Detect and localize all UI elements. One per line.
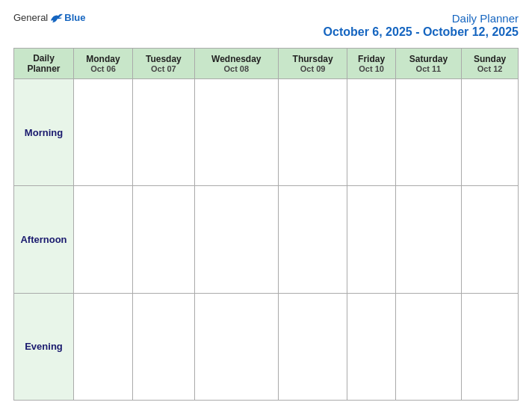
morning-saturday[interactable] <box>395 79 461 186</box>
day-date-monday: Oct 06 <box>75 64 131 73</box>
afternoon-wednesday[interactable] <box>194 186 278 293</box>
logo-blue-text: Blue <box>64 12 85 23</box>
day-date-thursday: Oct 09 <box>280 64 346 73</box>
day-name-sunday: Sunday <box>463 54 516 64</box>
day-name-thursday: Thursday <box>280 54 346 64</box>
header-day-wednesday: Wednesday Oct 08 <box>194 49 278 79</box>
day-name-saturday: Saturday <box>398 54 460 64</box>
morning-row: Morning <box>14 79 519 186</box>
afternoon-label: Afternoon <box>14 186 74 293</box>
logo-general-text: General <box>13 12 48 23</box>
planner-title: Daily Planner <box>452 12 519 25</box>
afternoon-sunday[interactable] <box>462 186 519 293</box>
evening-tuesday[interactable] <box>132 293 194 400</box>
day-date-wednesday: Oct 08 <box>197 64 276 73</box>
evening-friday[interactable] <box>347 293 395 400</box>
header-day-saturday: Saturday Oct 11 <box>395 49 461 79</box>
logo-bird-icon <box>49 13 63 23</box>
day-date-friday: Oct 10 <box>349 64 393 73</box>
evening-thursday[interactable] <box>278 293 347 400</box>
logo-area: General Blue <box>13 12 85 23</box>
morning-monday[interactable] <box>74 79 133 186</box>
evening-sunday[interactable] <box>462 293 519 400</box>
afternoon-saturday[interactable] <box>395 186 461 293</box>
day-date-saturday: Oct 11 <box>398 64 460 73</box>
afternoon-row: Afternoon <box>14 186 519 293</box>
header-day-tuesday: Tuesday Oct 07 <box>132 49 194 79</box>
evening-monday[interactable] <box>74 293 133 400</box>
afternoon-tuesday[interactable] <box>132 186 194 293</box>
morning-friday[interactable] <box>347 79 395 186</box>
day-name-friday: Friday <box>349 54 393 64</box>
header-day-friday: Friday Oct 10 <box>347 49 395 79</box>
day-date-sunday: Oct 12 <box>463 64 516 73</box>
label-line2: Planner <box>17 64 70 74</box>
morning-sunday[interactable] <box>462 79 519 186</box>
calendar-table: Daily Planner Monday Oct 06 Tuesday Oct … <box>13 48 519 401</box>
header-row: Daily Planner Monday Oct 06 Tuesday Oct … <box>14 49 519 79</box>
afternoon-thursday[interactable] <box>278 186 347 293</box>
evening-wednesday[interactable] <box>194 293 278 400</box>
label-line1: Daily <box>17 53 70 64</box>
morning-thursday[interactable] <box>278 79 347 186</box>
header: General Blue Daily Planner October 6, 20… <box>13 12 519 39</box>
day-name-tuesday: Tuesday <box>134 54 193 64</box>
day-name-monday: Monday <box>75 54 131 64</box>
evening-row: Evening <box>14 293 519 400</box>
day-name-wednesday: Wednesday <box>197 54 276 64</box>
afternoon-monday[interactable] <box>74 186 133 293</box>
planner-dates: October 6, 2025 - October 12, 2025 <box>324 25 519 38</box>
day-date-tuesday: Oct 07 <box>134 64 193 73</box>
morning-wednesday[interactable] <box>194 79 278 186</box>
header-label-cell: Daily Planner <box>14 49 74 79</box>
afternoon-friday[interactable] <box>347 186 395 293</box>
morning-tuesday[interactable] <box>132 79 194 186</box>
title-area: Daily Planner October 6, 2025 - October … <box>324 12 519 39</box>
evening-saturday[interactable] <box>395 293 461 400</box>
logo: General Blue <box>13 12 85 23</box>
morning-label: Morning <box>14 79 74 186</box>
header-day-sunday: Sunday Oct 12 <box>462 49 519 79</box>
header-day-thursday: Thursday Oct 09 <box>278 49 347 79</box>
evening-label: Evening <box>14 293 74 400</box>
page: General Blue Daily Planner October 6, 20… <box>0 0 532 411</box>
header-day-monday: Monday Oct 06 <box>74 49 133 79</box>
